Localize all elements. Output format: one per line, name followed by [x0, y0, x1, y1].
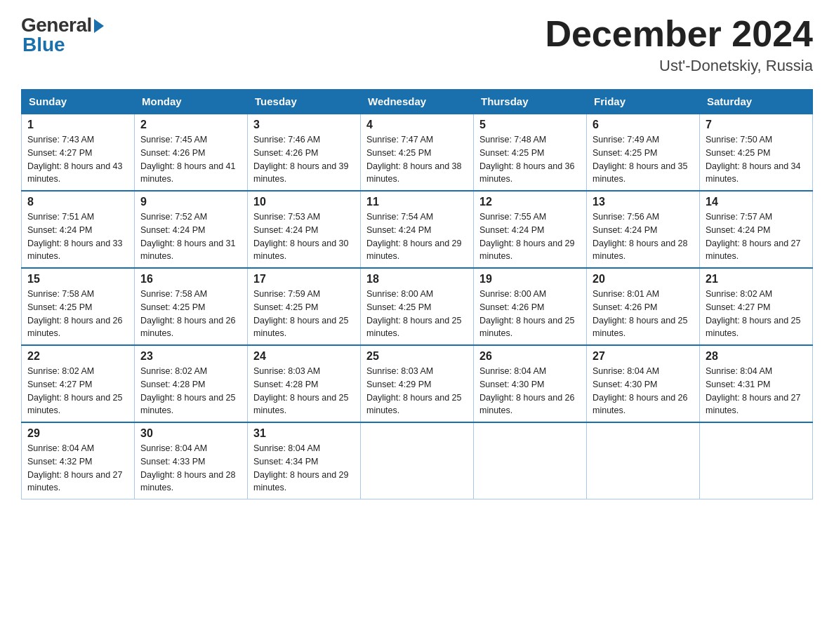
day-number: 18 [366, 273, 468, 286]
col-tuesday: Tuesday [248, 90, 361, 114]
table-row: 19 Sunrise: 8:00 AM Sunset: 4:26 PM Dayl… [474, 268, 587, 345]
day-number: 22 [27, 350, 128, 363]
table-row: 17 Sunrise: 7:59 AM Sunset: 4:25 PM Dayl… [248, 268, 361, 345]
day-number: 7 [706, 119, 807, 131]
day-number: 31 [253, 427, 355, 440]
day-info: Sunrise: 7:49 AM Sunset: 4:25 PM Dayligh… [593, 133, 694, 186]
day-number: 14 [706, 196, 807, 208]
day-number: 12 [479, 196, 581, 208]
day-info: Sunrise: 8:00 AM Sunset: 4:26 PM Dayligh… [479, 288, 581, 340]
title-block: December 2024 Ust'-Donetskiy, Russia [545, 14, 813, 75]
logo: General Blue [21, 14, 104, 56]
day-info: Sunrise: 8:02 AM Sunset: 4:27 PM Dayligh… [706, 288, 807, 340]
day-info: Sunrise: 7:53 AM Sunset: 4:24 PM Dayligh… [253, 210, 355, 263]
col-sunday: Sunday [22, 90, 135, 114]
day-number: 8 [27, 196, 128, 208]
day-info: Sunrise: 8:04 AM Sunset: 4:30 PM Dayligh… [479, 365, 581, 417]
table-row: 21 Sunrise: 8:02 AM Sunset: 4:27 PM Dayl… [700, 268, 813, 345]
day-number: 27 [593, 350, 694, 363]
page-title: December 2024 [545, 14, 813, 54]
table-row: 28 Sunrise: 8:04 AM Sunset: 4:31 PM Dayl… [700, 345, 813, 422]
col-friday: Friday [587, 90, 700, 114]
col-thursday: Thursday [474, 90, 587, 114]
day-info: Sunrise: 7:43 AM Sunset: 4:27 PM Dayligh… [27, 133, 128, 186]
table-row: 6 Sunrise: 7:49 AM Sunset: 4:25 PM Dayli… [587, 114, 700, 191]
day-number: 21 [706, 273, 807, 286]
table-row: 2 Sunrise: 7:45 AM Sunset: 4:26 PM Dayli… [135, 114, 248, 191]
table-row: 13 Sunrise: 7:56 AM Sunset: 4:24 PM Dayl… [587, 191, 700, 268]
table-row: 15 Sunrise: 7:58 AM Sunset: 4:25 PM Dayl… [22, 268, 135, 345]
day-number: 5 [479, 119, 581, 131]
day-info: Sunrise: 7:54 AM Sunset: 4:24 PM Dayligh… [366, 210, 468, 263]
day-info: Sunrise: 8:02 AM Sunset: 4:28 PM Dayligh… [140, 365, 241, 417]
day-number: 10 [253, 196, 355, 208]
day-number: 4 [366, 119, 468, 131]
table-row: 8 Sunrise: 7:51 AM Sunset: 4:24 PM Dayli… [22, 191, 135, 268]
table-row: 26 Sunrise: 8:04 AM Sunset: 4:30 PM Dayl… [474, 345, 587, 422]
day-number: 15 [27, 273, 128, 286]
table-row [474, 422, 587, 499]
day-number: 24 [253, 350, 355, 363]
table-row [587, 422, 700, 499]
table-row: 16 Sunrise: 7:58 AM Sunset: 4:25 PM Dayl… [135, 268, 248, 345]
table-row: 9 Sunrise: 7:52 AM Sunset: 4:24 PM Dayli… [135, 191, 248, 268]
day-info: Sunrise: 8:04 AM Sunset: 4:34 PM Dayligh… [253, 442, 355, 495]
day-info: Sunrise: 7:50 AM Sunset: 4:25 PM Dayligh… [706, 133, 807, 186]
day-info: Sunrise: 7:46 AM Sunset: 4:26 PM Dayligh… [253, 133, 355, 186]
table-row: 4 Sunrise: 7:47 AM Sunset: 4:25 PM Dayli… [361, 114, 474, 191]
day-number: 29 [27, 427, 128, 440]
day-info: Sunrise: 8:04 AM Sunset: 4:32 PM Dayligh… [27, 442, 128, 495]
calendar-table: Sunday Monday Tuesday Wednesday Thursday… [21, 89, 813, 499]
calendar-header-row: Sunday Monday Tuesday Wednesday Thursday… [22, 90, 813, 114]
table-row: 12 Sunrise: 7:55 AM Sunset: 4:24 PM Dayl… [474, 191, 587, 268]
table-row: 22 Sunrise: 8:02 AM Sunset: 4:27 PM Dayl… [22, 345, 135, 422]
table-row: 24 Sunrise: 8:03 AM Sunset: 4:28 PM Dayl… [248, 345, 361, 422]
day-info: Sunrise: 8:04 AM Sunset: 4:30 PM Dayligh… [593, 365, 694, 417]
day-number: 3 [253, 119, 355, 131]
calendar-week-row: 22 Sunrise: 8:02 AM Sunset: 4:27 PM Dayl… [22, 345, 813, 422]
table-row: 7 Sunrise: 7:50 AM Sunset: 4:25 PM Dayli… [700, 114, 813, 191]
day-number: 9 [140, 196, 241, 208]
day-number: 26 [479, 350, 581, 363]
day-info: Sunrise: 7:47 AM Sunset: 4:25 PM Dayligh… [366, 133, 468, 186]
day-number: 13 [593, 196, 694, 208]
day-number: 17 [253, 273, 355, 286]
day-info: Sunrise: 7:56 AM Sunset: 4:24 PM Dayligh… [593, 210, 694, 263]
day-info: Sunrise: 8:04 AM Sunset: 4:31 PM Dayligh… [706, 365, 807, 417]
calendar-week-row: 8 Sunrise: 7:51 AM Sunset: 4:24 PM Dayli… [22, 191, 813, 268]
calendar-week-row: 29 Sunrise: 8:04 AM Sunset: 4:32 PM Dayl… [22, 422, 813, 499]
table-row: 18 Sunrise: 8:00 AM Sunset: 4:25 PM Dayl… [361, 268, 474, 345]
day-info: Sunrise: 7:48 AM Sunset: 4:25 PM Dayligh… [479, 133, 581, 186]
logo-arrow-icon [94, 19, 104, 33]
table-row: 29 Sunrise: 8:04 AM Sunset: 4:32 PM Dayl… [22, 422, 135, 499]
day-number: 2 [140, 119, 241, 131]
day-number: 20 [593, 273, 694, 286]
table-row: 3 Sunrise: 7:46 AM Sunset: 4:26 PM Dayli… [248, 114, 361, 191]
day-info: Sunrise: 8:01 AM Sunset: 4:26 PM Dayligh… [593, 288, 694, 340]
day-info: Sunrise: 7:57 AM Sunset: 4:24 PM Dayligh… [706, 210, 807, 263]
table-row: 31 Sunrise: 8:04 AM Sunset: 4:34 PM Dayl… [248, 422, 361, 499]
day-number: 11 [366, 196, 468, 208]
table-row: 30 Sunrise: 8:04 AM Sunset: 4:33 PM Dayl… [135, 422, 248, 499]
table-row: 10 Sunrise: 7:53 AM Sunset: 4:24 PM Dayl… [248, 191, 361, 268]
calendar-week-row: 15 Sunrise: 7:58 AM Sunset: 4:25 PM Dayl… [22, 268, 813, 345]
day-info: Sunrise: 8:04 AM Sunset: 4:33 PM Dayligh… [140, 442, 241, 495]
day-info: Sunrise: 8:03 AM Sunset: 4:28 PM Dayligh… [253, 365, 355, 417]
table-row: 11 Sunrise: 7:54 AM Sunset: 4:24 PM Dayl… [361, 191, 474, 268]
table-row: 5 Sunrise: 7:48 AM Sunset: 4:25 PM Dayli… [474, 114, 587, 191]
day-info: Sunrise: 7:51 AM Sunset: 4:24 PM Dayligh… [27, 210, 128, 263]
day-number: 1 [27, 119, 128, 131]
col-saturday: Saturday [700, 90, 813, 114]
day-number: 19 [479, 273, 581, 286]
day-number: 16 [140, 273, 241, 286]
col-wednesday: Wednesday [361, 90, 474, 114]
day-info: Sunrise: 7:59 AM Sunset: 4:25 PM Dayligh… [253, 288, 355, 340]
col-monday: Monday [135, 90, 248, 114]
table-row: 20 Sunrise: 8:01 AM Sunset: 4:26 PM Dayl… [587, 268, 700, 345]
table-row: 25 Sunrise: 8:03 AM Sunset: 4:29 PM Dayl… [361, 345, 474, 422]
calendar-week-row: 1 Sunrise: 7:43 AM Sunset: 4:27 PM Dayli… [22, 114, 813, 191]
page-header: General Blue December 2024 Ust'-Donetski… [21, 14, 813, 75]
day-info: Sunrise: 7:55 AM Sunset: 4:24 PM Dayligh… [479, 210, 581, 263]
day-info: Sunrise: 7:45 AM Sunset: 4:26 PM Dayligh… [140, 133, 241, 186]
day-number: 30 [140, 427, 241, 440]
